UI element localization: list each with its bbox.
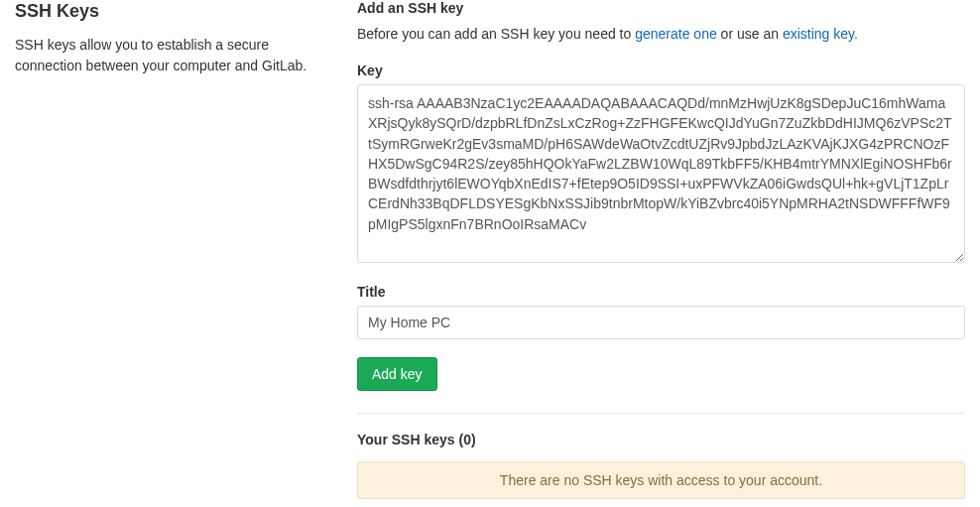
- help-text: Before you can add an SSH key you need t…: [357, 24, 965, 45]
- empty-keys-alert: There are no SSH keys with access to you…: [357, 461, 965, 499]
- title-input[interactable]: [357, 306, 965, 339]
- divider: [357, 413, 965, 414]
- title-label: Title: [357, 284, 965, 300]
- add-key-heading: Add an SSH key: [357, 0, 965, 16]
- key-label: Key: [357, 63, 965, 78]
- generate-key-link[interactable]: generate one: [635, 26, 717, 42]
- settings-sidebar: SSH Keys SSH keys allow you to establish…: [15, 0, 342, 499]
- page-description: SSH keys allow you to establish a secure…: [15, 35, 327, 76]
- your-keys-heading: Your SSH keys (0): [357, 432, 965, 447]
- main-content: Add an SSH key Before you can add an SSH…: [342, 0, 965, 499]
- title-field-group: Title: [357, 284, 965, 339]
- add-key-button[interactable]: Add key: [357, 357, 437, 391]
- help-mid: or use an: [717, 26, 783, 42]
- help-prefix: Before you can add an SSH key you need t…: [357, 26, 635, 42]
- key-textarea[interactable]: [357, 84, 965, 263]
- existing-key-link[interactable]: existing key.: [783, 26, 858, 42]
- key-field-group: Key: [357, 63, 965, 266]
- keys-count: 0: [463, 432, 471, 447]
- keys-heading-suffix: ): [471, 432, 476, 447]
- page-title: SSH Keys: [15, 0, 327, 23]
- keys-heading-prefix: Your SSH keys (: [357, 432, 463, 447]
